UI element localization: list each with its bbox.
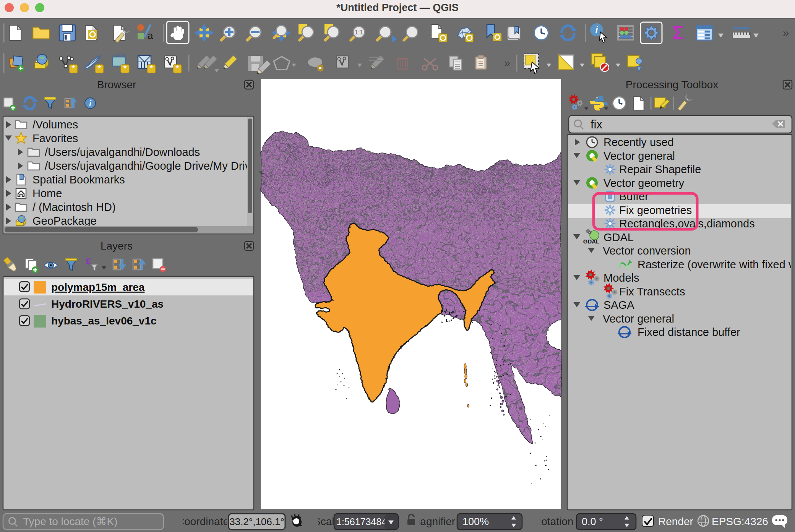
svg-text:Coordinate: Coordinate bbox=[177, 516, 229, 527]
svg-text:Layers: Layers bbox=[101, 240, 133, 252]
svg-text:ε: ε bbox=[86, 254, 91, 267]
svg-text:Σ: Σ bbox=[672, 22, 684, 44]
svg-text:Fix geometries: Fix geometries bbox=[619, 204, 692, 216]
svg-text:33.2°,106.1°: 33.2°,106.1° bbox=[229, 516, 284, 527]
svg-text:Models: Models bbox=[604, 272, 639, 284]
svg-text:Recently used: Recently used bbox=[604, 136, 674, 148]
svg-text:Type to locate (⌘K): Type to locate (⌘K) bbox=[23, 516, 117, 527]
svg-text:/Users/ujavalgandhi/Downloads: /Users/ujavalgandhi/Downloads bbox=[45, 146, 200, 158]
svg-text:hybas_as_lev06_v1c: hybas_as_lev06_v1c bbox=[51, 315, 157, 327]
svg-text:Home: Home bbox=[32, 187, 62, 200]
svg-text:i: i bbox=[89, 99, 91, 107]
svg-text:Browser: Browser bbox=[97, 79, 136, 91]
svg-text:1:1: 1:1 bbox=[355, 29, 363, 36]
svg-text:Favorites: Favorites bbox=[32, 132, 78, 144]
svg-text:Rectangles,ovals,diamonds: Rectangles,ovals,diamonds bbox=[619, 217, 755, 230]
svg-text:*: * bbox=[97, 63, 101, 74]
svg-text:»: » bbox=[504, 57, 510, 69]
svg-text:Vector general: Vector general bbox=[604, 150, 675, 162]
svg-text:/ (Macintosh HD): / (Macintosh HD) bbox=[32, 201, 116, 213]
svg-text:GDAL: GDAL bbox=[583, 238, 600, 245]
svg-text:GeoPackage: GeoPackage bbox=[32, 215, 97, 227]
svg-text:fix: fix bbox=[591, 118, 603, 131]
svg-text:HydroRIVERS_v10_as: HydroRIVERS_v10_as bbox=[51, 298, 164, 310]
svg-text:Render: Render bbox=[658, 516, 693, 527]
svg-text:Rasterize (overwrite with fixe: Rasterize (overwrite with fixed v... bbox=[638, 258, 795, 271]
svg-text:SAGA: SAGA bbox=[604, 299, 634, 311]
svg-text:Fix Transects: Fix Transects bbox=[619, 285, 685, 298]
svg-text:Vector conversion: Vector conversion bbox=[603, 245, 691, 257]
svg-text:GDAL: GDAL bbox=[604, 231, 634, 243]
svg-text:*: * bbox=[175, 63, 179, 74]
svg-text:Vector general: Vector general bbox=[603, 313, 674, 325]
svg-text:Repair Shapefile: Repair Shapefile bbox=[619, 163, 701, 175]
svg-text:/Volumes: /Volumes bbox=[32, 118, 78, 131]
svg-text:*: * bbox=[71, 63, 75, 74]
svg-text:»: » bbox=[783, 26, 789, 39]
svg-text:Spatial Bookmarks: Spatial Bookmarks bbox=[32, 174, 125, 186]
svg-text:100%: 100% bbox=[462, 516, 489, 527]
svg-text:Vector geometry: Vector geometry bbox=[604, 177, 685, 189]
svg-text:polymap15m_area: polymap15m_area bbox=[51, 281, 145, 293]
svg-text:Processing Toolbox: Processing Toolbox bbox=[626, 79, 718, 91]
svg-text:/Users/ujavalgandhi/Google Dri: /Users/ujavalgandhi/Google Drive/My Driv… bbox=[45, 160, 260, 172]
svg-text:0.0 °: 0.0 ° bbox=[582, 516, 603, 527]
svg-text:1:56173484: 1:56173484 bbox=[336, 516, 387, 527]
svg-text:Fixed distance buffer: Fixed distance buffer bbox=[638, 326, 740, 338]
svg-text:*: * bbox=[123, 63, 127, 74]
svg-text:EPSG:4326: EPSG:4326 bbox=[712, 516, 768, 527]
svg-text:a: a bbox=[148, 30, 153, 41]
svg-text:*Untitled Project — QGIS: *Untitled Project — QGIS bbox=[336, 2, 459, 13]
svg-text:*: * bbox=[149, 63, 153, 74]
